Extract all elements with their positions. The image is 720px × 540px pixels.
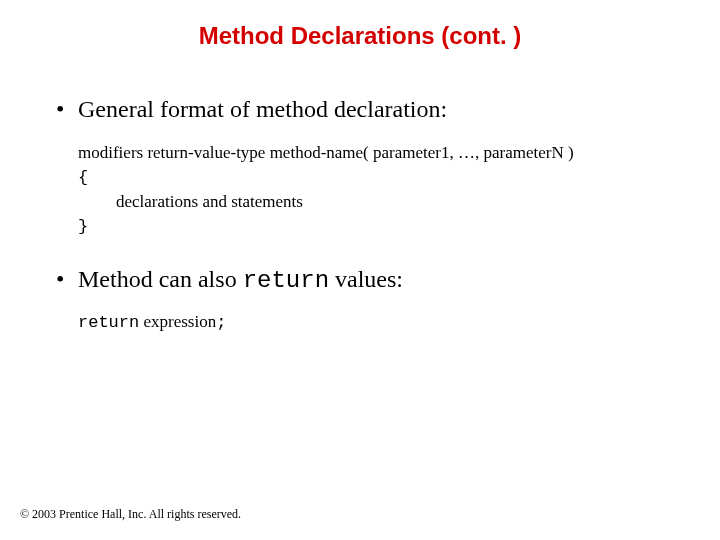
slide-body: General format of method declaration: mo… (52, 96, 672, 332)
bullet-return-values: Method can also return values: (52, 266, 672, 294)
copyright-footer: © 2003 Prentice Hall, Inc. All rights re… (20, 507, 241, 522)
return-statement: return expression; (78, 312, 672, 332)
close-brace: } (78, 215, 672, 240)
signature-line: modifiers return-value-type method-name(… (78, 143, 574, 162)
bullet-return-pre: Method can also (78, 266, 243, 292)
method-declaration-format: modifiers return-value-type method-name(… (78, 141, 672, 240)
slide: Method Declarations (cont. ) General for… (0, 0, 720, 540)
bullet-return-post: values: (329, 266, 403, 292)
bullet-general-format: General format of method declaration: (52, 96, 672, 123)
body-line: declarations and statements (78, 190, 672, 215)
return-keyword-inline: return (243, 267, 329, 294)
return-expression: expression (139, 312, 216, 331)
slide-title: Method Declarations (cont. ) (0, 22, 720, 50)
return-keyword: return (78, 313, 139, 332)
return-semicolon: ; (216, 313, 226, 332)
open-brace: { (78, 166, 672, 191)
